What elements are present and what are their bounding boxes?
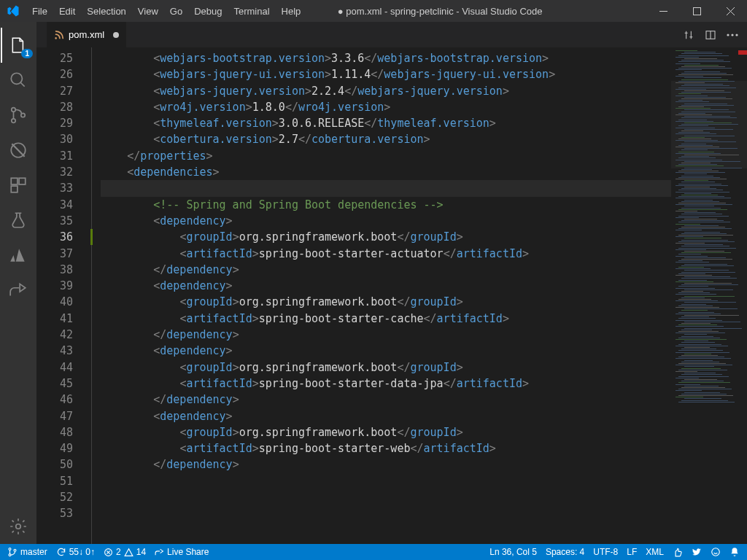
status-live-share[interactable]: Live Share xyxy=(150,547,213,557)
live-share-icon[interactable] xyxy=(1,273,36,308)
test-icon[interactable] xyxy=(1,203,36,238)
line-number-gutter: 2526272829303132333435363738394041424344… xyxy=(36,47,86,544)
error-marker-icon[interactable] xyxy=(738,50,747,55)
svg-rect-8 xyxy=(19,178,26,184)
code-editor[interactable]: 2526272829303132333435363738394041424344… xyxy=(36,47,747,544)
svg-point-19 xyxy=(712,548,720,556)
status-bell-icon[interactable] xyxy=(725,547,744,557)
menu-help[interactable]: Help xyxy=(276,6,307,17)
status-smiley-icon[interactable] xyxy=(706,547,725,557)
tab-label: pom.xml xyxy=(69,29,104,40)
svg-point-5 xyxy=(21,113,25,117)
svg-rect-1 xyxy=(693,7,700,15)
svg-rect-0 xyxy=(659,11,667,12)
status-sync[interactable]: 55↓ 0↑ xyxy=(52,547,99,557)
menu-terminal[interactable]: Terminal xyxy=(228,6,275,17)
svg-point-12 xyxy=(727,34,729,36)
code-content[interactable]: <webjars-bootstrap.version>3.3.6</webjar… xyxy=(96,47,671,544)
editor-group: pom.xml 25262728293031323334353637383940… xyxy=(36,22,747,544)
search-icon[interactable] xyxy=(1,63,36,98)
status-bar: master 55↓ 0↑ 2 14 Live Share Ln 36, Col… xyxy=(0,544,747,560)
status-cursor-position[interactable]: Ln 36, Col 5 xyxy=(485,547,541,557)
svg-point-13 xyxy=(731,34,733,36)
window-title: ● pom.xml - spring-petclinic - Visual St… xyxy=(306,6,646,17)
fold-strip xyxy=(86,47,96,544)
activity-bar: 1 xyxy=(0,22,36,544)
explorer-badge: 1 xyxy=(21,49,33,58)
svg-point-4 xyxy=(12,119,15,122)
status-language[interactable]: XML xyxy=(641,547,668,557)
menu-go[interactable]: Go xyxy=(164,6,188,17)
status-branch[interactable]: master xyxy=(3,547,52,557)
extensions-icon[interactable] xyxy=(1,168,36,203)
status-encoding[interactable]: UTF-8 xyxy=(589,547,622,557)
vscode-logo-icon xyxy=(0,4,26,18)
debug-icon[interactable] xyxy=(1,133,36,168)
svg-point-10 xyxy=(16,524,21,529)
svg-point-17 xyxy=(14,549,16,551)
menu-view[interactable]: View xyxy=(132,6,164,17)
svg-rect-9 xyxy=(11,186,18,192)
status-feedback-icon[interactable] xyxy=(668,547,687,557)
svg-point-2 xyxy=(11,73,22,84)
minimap[interactable] xyxy=(671,47,747,544)
azure-icon[interactable] xyxy=(1,238,36,273)
titlebar: FileEditSelectionViewGoDebugTerminalHelp… xyxy=(0,0,747,22)
close-button[interactable] xyxy=(713,0,747,22)
svg-point-15 xyxy=(9,548,11,550)
svg-point-14 xyxy=(735,34,738,36)
tab-pom-xml[interactable]: pom.xml xyxy=(47,22,126,47)
status-indentation[interactable]: Spaces: 4 xyxy=(541,547,589,557)
split-editor-icon[interactable] xyxy=(705,29,716,41)
compare-changes-icon[interactable] xyxy=(683,29,694,41)
menu-debug[interactable]: Debug xyxy=(188,6,228,17)
menubar: FileEditSelectionViewGoDebugTerminalHelp xyxy=(26,6,306,17)
status-eol[interactable]: LF xyxy=(622,547,641,557)
svg-point-16 xyxy=(9,554,11,556)
explorer-icon[interactable]: 1 xyxy=(1,28,36,63)
tab-bar: pom.xml xyxy=(36,22,747,47)
svg-rect-7 xyxy=(11,178,18,184)
xml-file-icon xyxy=(54,30,64,40)
menu-edit[interactable]: Edit xyxy=(53,6,81,17)
dirty-indicator-icon xyxy=(113,32,119,38)
svg-point-3 xyxy=(12,108,15,112)
minimize-button[interactable] xyxy=(646,0,680,22)
menu-selection[interactable]: Selection xyxy=(81,6,131,17)
status-problems[interactable]: 2 14 xyxy=(99,547,150,557)
menu-file[interactable]: File xyxy=(26,6,53,17)
more-actions-icon[interactable] xyxy=(727,34,738,36)
maximize-button[interactable] xyxy=(680,0,713,22)
overview-ruler[interactable] xyxy=(737,47,747,544)
status-tweet-icon[interactable] xyxy=(687,547,706,557)
settings-gear-icon[interactable] xyxy=(1,509,36,544)
source-control-icon[interactable] xyxy=(1,98,36,133)
